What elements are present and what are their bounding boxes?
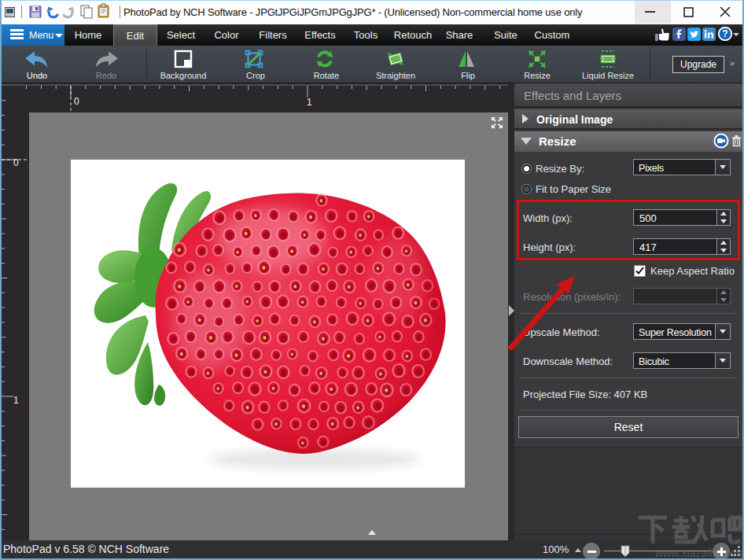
svg-text:1: 1 [13, 395, 19, 406]
svg-text:0: 0 [13, 157, 19, 168]
svg-text:0: 0 [74, 96, 79, 107]
svg-text:?: ? [722, 28, 727, 39]
svg-text:1: 1 [307, 97, 312, 108]
